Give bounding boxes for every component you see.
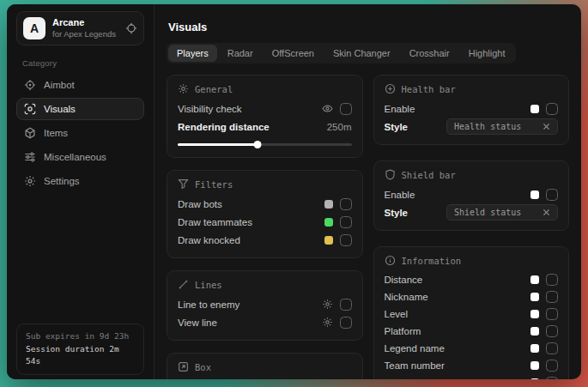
draw-bots-checkbox[interactable] xyxy=(340,198,352,210)
health-style-select[interactable]: Health status xyxy=(446,118,558,135)
general-card-header: General xyxy=(178,83,352,94)
general-card: General Visibility check xyxy=(167,75,363,158)
info-nickname-checkbox[interactable] xyxy=(546,291,558,303)
tab-crosshair[interactable]: Crosshair xyxy=(401,45,458,62)
selected-option: Health status xyxy=(454,122,521,131)
eye-icon[interactable] xyxy=(322,103,333,114)
rendering-distance-row: Rendering distance 250m xyxy=(178,118,352,136)
crosshair-icon xyxy=(24,79,36,91)
draw-knocked-checkbox[interactable] xyxy=(340,234,352,246)
sidebar-item-label: Visuals xyxy=(44,104,76,114)
view-line-row: View line xyxy=(178,313,352,331)
row-label: Platform xyxy=(385,326,531,336)
shield-bar-card-header: Shield bar xyxy=(385,169,559,180)
row-label: Enable xyxy=(385,104,531,114)
color-swatch[interactable] xyxy=(530,361,539,370)
session-duration-text: Session duration 2m 54s xyxy=(26,343,135,368)
sidebar-item-settings[interactable]: Settings xyxy=(16,170,144,192)
visibility-check-row: Visibility check xyxy=(178,100,352,118)
tab-radar[interactable]: Radar xyxy=(219,45,262,62)
info-platform-checkbox[interactable] xyxy=(546,325,558,337)
info-platform-row: Platform xyxy=(385,323,559,340)
info-distance-row: Distance xyxy=(385,271,559,288)
sidebar-item-items[interactable]: Items xyxy=(16,122,144,144)
rendering-distance-value: 250m xyxy=(327,122,352,132)
draw-teammates-checkbox[interactable] xyxy=(340,216,352,228)
color-swatch[interactable] xyxy=(530,344,539,353)
gear-icon xyxy=(24,175,36,187)
health-enable-row: Enable xyxy=(385,100,559,118)
info-distance-checkbox[interactable] xyxy=(546,274,558,286)
view-line-checkbox[interactable] xyxy=(340,317,352,329)
info-team-number-checkbox[interactable] xyxy=(546,360,558,372)
card-title: Health bar xyxy=(402,84,456,94)
funnel-icon xyxy=(178,178,189,190)
tab-highlight[interactable]: Highlight xyxy=(460,45,514,62)
info-weapon-checkbox[interactable] xyxy=(546,377,558,379)
info-team-number-row: Team number xyxy=(385,357,559,374)
tab-players[interactable]: Players xyxy=(168,45,217,62)
color-swatch[interactable] xyxy=(530,275,539,284)
info-level-checkbox[interactable] xyxy=(546,308,558,320)
rendering-distance-slider[interactable] xyxy=(178,140,352,148)
app-meta: Arcane for Apex Legends xyxy=(52,17,118,39)
close-icon[interactable] xyxy=(543,209,550,216)
visibility-check-checkbox[interactable] xyxy=(340,103,352,115)
main-content: Visuals Players Radar OffScreen Skin Cha… xyxy=(155,4,581,379)
sliders-icon xyxy=(24,151,36,163)
color-swatch[interactable] xyxy=(530,378,539,379)
crosshair-scope-icon[interactable] xyxy=(125,22,137,34)
page-title: Visuals xyxy=(168,21,569,33)
color-swatch[interactable] xyxy=(530,190,539,199)
info-legend-name-checkbox[interactable] xyxy=(546,342,558,354)
left-column: General Visibility check xyxy=(167,75,363,379)
health-bar-card: Health bar Enable Style H xyxy=(373,75,570,145)
close-icon[interactable] xyxy=(543,123,550,130)
card-title: Filters xyxy=(195,179,233,190)
sub-expires-text: Sub expires in 9d 23h xyxy=(26,330,135,343)
row-label: View line xyxy=(178,317,322,328)
box-enable-row: Enable xyxy=(178,378,352,379)
tab-skin-changer[interactable]: Skin Changer xyxy=(324,45,399,62)
color-swatch[interactable] xyxy=(530,105,539,113)
tab-offscreen[interactable]: OffScreen xyxy=(264,45,323,62)
slider-thumb[interactable] xyxy=(254,141,262,148)
color-swatch[interactable] xyxy=(530,293,539,301)
box-card: Box Enable Enable background xyxy=(167,353,363,379)
row-label: Enable xyxy=(385,190,531,200)
sidebar-item-visuals[interactable]: Visuals xyxy=(16,98,144,120)
color-swatch[interactable] xyxy=(324,218,333,227)
box-arrow-icon xyxy=(178,361,189,372)
card-title: Shield bar xyxy=(402,170,456,180)
sidebar-item-label: Aimbot xyxy=(44,80,75,90)
plus-circle-icon xyxy=(385,83,396,94)
info-circle-icon xyxy=(385,255,396,266)
info-weapon-row: Weapon in hands xyxy=(385,374,559,379)
shield-enable-checkbox[interactable] xyxy=(546,189,558,201)
color-swatch[interactable] xyxy=(324,200,333,209)
sidebar-item-aimbot[interactable]: Aimbot xyxy=(16,74,144,96)
row-label: Level xyxy=(385,309,531,319)
color-swatch[interactable] xyxy=(530,310,539,318)
row-label: Style xyxy=(385,122,447,132)
row-label: Distance xyxy=(385,275,531,285)
health-style-row: Style Health status xyxy=(385,118,559,136)
sun-icon xyxy=(178,83,189,94)
color-swatch[interactable] xyxy=(530,327,539,336)
shield-style-select[interactable]: Shield status xyxy=(446,204,558,221)
gear-icon[interactable] xyxy=(322,299,333,310)
row-label: Draw teammates xyxy=(178,217,324,227)
card-title: Box xyxy=(195,362,211,372)
diagonal-line-icon xyxy=(178,279,189,290)
desktop-background: A Arcane for Apex Legends Category Aimbo… xyxy=(0,0,588,387)
box-card-header: Box xyxy=(178,361,352,372)
row-label: Visibility check xyxy=(178,104,322,114)
gear-icon[interactable] xyxy=(322,317,333,328)
color-swatch[interactable] xyxy=(324,236,333,245)
line-to-enemy-checkbox[interactable] xyxy=(340,299,352,311)
sidebar-item-miscellaneous[interactable]: Miscellaneous xyxy=(16,146,144,168)
health-enable-checkbox[interactable] xyxy=(546,103,558,115)
row-label: Style xyxy=(385,208,447,218)
card-title: Information xyxy=(402,256,462,266)
app-header-card: A Arcane for Apex Legends xyxy=(16,11,144,45)
